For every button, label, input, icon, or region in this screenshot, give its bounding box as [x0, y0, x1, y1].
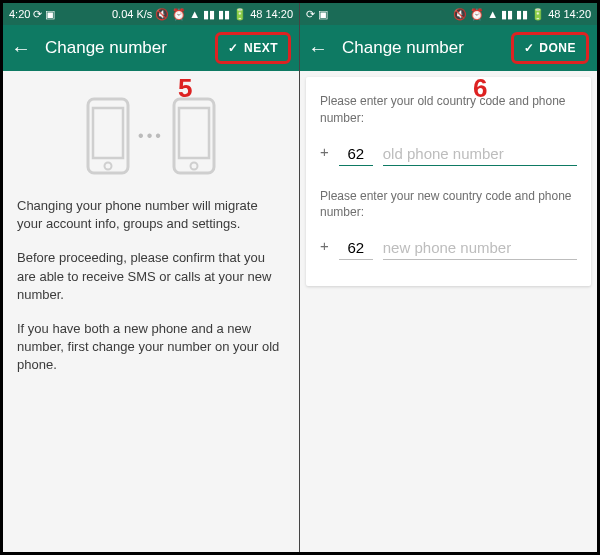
page-title: Change number: [45, 38, 201, 58]
phone-icon: [86, 97, 130, 175]
next-label: NEXT: [244, 41, 278, 55]
pane-step6: ⟳ ▣ 🔇 ⏰ ▲ ▮▮ ▮▮ 🔋 48 14:20 ← Change numb…: [300, 3, 597, 552]
old-number-row: +: [320, 141, 577, 166]
back-icon[interactable]: ←: [308, 38, 328, 58]
old-country-code-input[interactable]: [339, 145, 373, 166]
battery-pct: 48: [548, 9, 560, 20]
number-form-card: Please enter your old country code and p…: [306, 77, 591, 286]
battery-icon: 🔋: [233, 9, 247, 20]
signal-icon: ▮▮: [203, 9, 215, 20]
signal-icon: ▮▮: [501, 9, 513, 20]
battery-icon: 🔋: [531, 9, 545, 20]
check-icon: ✓: [524, 41, 535, 55]
status-bar: ⟳ ▣ 🔇 ⏰ ▲ ▮▮ ▮▮ 🔋 48 14:20: [300, 3, 597, 25]
pane-step5: 4:20 ⟳ ▣ 0.04 K/s 🔇 ⏰ ▲ ▮▮ ▮▮ 🔋 48 14:20…: [3, 3, 300, 552]
page-title: Change number: [342, 38, 497, 58]
step-annotation-6: 6: [473, 73, 487, 104]
new-number-label: Please enter your new country code and p…: [320, 188, 577, 222]
svg-point-2: [105, 163, 112, 170]
app-bar: ← Change number ✓ DONE: [300, 25, 597, 71]
sync-icon: ⟳: [306, 9, 315, 20]
phone-icon: [172, 97, 216, 175]
svg-point-5: [190, 163, 197, 170]
info-para-1: Changing your phone number will migrate …: [17, 197, 285, 233]
time-right: 14:20: [563, 9, 591, 20]
time-left: 4:20: [9, 9, 30, 20]
sync-icon: ⟳: [33, 9, 42, 20]
info-para-2: Before proceeding, please confirm that y…: [17, 249, 285, 304]
old-phone-input[interactable]: [383, 145, 577, 166]
alarm-icon: ⏰: [172, 9, 186, 20]
old-number-label: Please enter your old country code and p…: [320, 93, 577, 127]
dots-icon: •••: [138, 125, 164, 147]
done-button[interactable]: ✓ DONE: [511, 32, 589, 64]
mute-icon: 🔇: [155, 9, 169, 20]
done-label: DONE: [539, 41, 576, 55]
wifi-icon: ▲: [487, 9, 498, 20]
plus-icon: +: [320, 141, 329, 166]
check-icon: ✓: [228, 41, 239, 55]
content-area: Please enter your old country code and p…: [300, 71, 597, 552]
svg-rect-1: [93, 108, 123, 158]
signal-icon: ▮▮: [218, 9, 230, 20]
wifi-icon: ▲: [189, 9, 200, 20]
signal-icon: ▮▮: [516, 9, 528, 20]
info-para-3: If you have both a new phone and a new n…: [17, 320, 285, 375]
battery-pct: 48: [250, 9, 262, 20]
landscape-icon: ▣: [45, 9, 55, 20]
plus-icon: +: [320, 235, 329, 260]
time-right: 14:20: [265, 9, 293, 20]
new-country-code-input[interactable]: [339, 239, 373, 260]
phones-illustration: •••: [17, 97, 285, 175]
status-bar: 4:20 ⟳ ▣ 0.04 K/s 🔇 ⏰ ▲ ▮▮ ▮▮ 🔋 48 14:20: [3, 3, 299, 25]
next-button[interactable]: ✓ NEXT: [215, 32, 291, 64]
content-area: ••• Changing your phone number will migr…: [3, 71, 299, 552]
new-number-row: +: [320, 235, 577, 260]
app-bar: ← Change number ✓ NEXT: [3, 25, 299, 71]
alarm-icon: ⏰: [470, 9, 484, 20]
landscape-icon: ▣: [318, 9, 328, 20]
step-annotation-5: 5: [178, 73, 192, 104]
svg-rect-4: [179, 108, 209, 158]
mute-icon: 🔇: [453, 9, 467, 20]
new-phone-input[interactable]: [383, 239, 577, 260]
net-speed: 0.04 K/s: [112, 9, 152, 20]
back-icon[interactable]: ←: [11, 38, 31, 58]
